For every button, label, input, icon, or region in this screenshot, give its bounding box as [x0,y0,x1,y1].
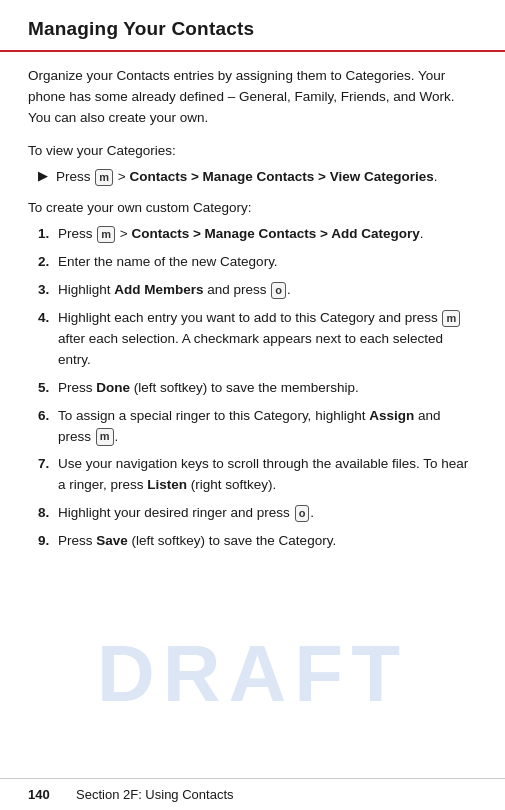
step-5-num: 5. [38,378,58,399]
page-footer: 140 Section 2F: Using Contacts [0,778,505,810]
step-8: 8. Highlight your desired ringer and pre… [38,503,477,524]
steps-list: 1. Press m > Contacts > Manage Contacts … [28,224,477,552]
step-9: 9. Press Save (left softkey) to save the… [38,531,477,552]
draft-watermark: DRAFT [0,628,505,720]
step8-ok-key: o [295,505,310,522]
footer-page-number: 140 [28,787,68,802]
step-1: 1. Press m > Contacts > Manage Contacts … [38,224,477,245]
view-bullet-item: ▶ Press m > Contacts > Manage Contacts >… [28,167,477,188]
page-title: Managing Your Contacts [28,18,477,40]
step-4: 4. Highlight each entry you want to add … [38,308,477,371]
view-section-title: To view your Categories: [28,141,477,161]
step-3-text: Highlight Add Members and press o. [58,280,291,301]
step-2-num: 2. [38,252,58,273]
step3-ok-key: o [271,282,286,299]
step-7-num: 7. [38,454,58,475]
step-4-text: Highlight each entry you want to add to … [58,308,477,371]
step-4-num: 4. [38,308,58,329]
step6-menu-key: m [96,428,114,445]
step-3: 3. Highlight Add Members and press o. [38,280,477,301]
step1-menu-key: m [97,226,115,243]
page-container: Managing Your Contacts Organize your Con… [0,0,505,810]
step-5: 5. Press Done (left softkey) to save the… [38,378,477,399]
menu-key-icon: m [95,169,113,186]
step-7: 7. Use your navigation keys to scroll th… [38,454,477,496]
main-content: Organize your Contacts entries by assign… [0,52,505,579]
step-1-num: 1. [38,224,58,245]
create-section-title: To create your own custom Category: [28,198,477,218]
step-2-text: Enter the name of the new Category. [58,252,278,273]
step-9-text: Press Save (left softkey) to save the Ca… [58,531,336,552]
page-header: Managing Your Contacts [0,0,505,52]
step4-menu-key: m [442,310,460,327]
step-1-text: Press m > Contacts > Manage Contacts > A… [58,224,424,245]
step-9-num: 9. [38,531,58,552]
step-6-text: To assign a special ringer to this Categ… [58,406,477,448]
step-2: 2. Enter the name of the new Category. [38,252,477,273]
step-8-num: 8. [38,503,58,524]
step-8-text: Highlight your desired ringer and press … [58,503,314,524]
step-5-text: Press Done (left softkey) to save the me… [58,378,359,399]
step-3-num: 3. [38,280,58,301]
bullet-arrow-icon: ▶ [38,168,48,183]
step-7-text: Use your navigation keys to scroll throu… [58,454,477,496]
footer-section-label: Section 2F: Using Contacts [76,787,234,802]
intro-paragraph: Organize your Contacts entries by assign… [28,66,477,129]
step-6-num: 6. [38,406,58,427]
step-6: 6. To assign a special ringer to this Ca… [38,406,477,448]
view-bullet-text: Press m > Contacts > Manage Contacts > V… [56,167,438,188]
